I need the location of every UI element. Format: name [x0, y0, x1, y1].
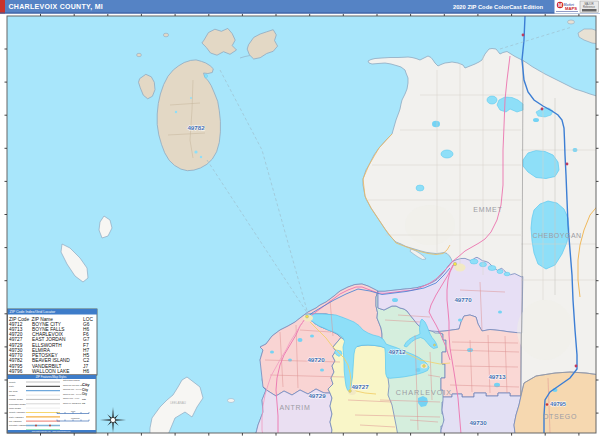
- svg-text:CHEBOYGAN: CHEBOYGAN: [532, 232, 581, 239]
- svg-text:H7: H7: [83, 348, 89, 353]
- svg-text:49713: 49713: [9, 327, 23, 332]
- svg-text:M: M: [558, 2, 562, 8]
- svg-text:WALLOON LAKE: WALLOON LAKE: [32, 369, 69, 374]
- svg-text:C2: C2: [83, 358, 89, 363]
- svg-text:City: City: [82, 388, 88, 392]
- svg-text:ZIP Code Index/Grid Locator: ZIP Code Index/Grid Locator: [10, 310, 56, 314]
- svg-text:2020 ZIP Code ColorCast Editio: 2020 ZIP Code ColorCast Edition: [453, 4, 544, 10]
- svg-text:49729: 49729: [308, 392, 326, 399]
- svg-text:EMMET: EMMET: [473, 206, 502, 213]
- svg-text:City: City: [82, 382, 90, 387]
- svg-text:ELMIRA: ELMIRA: [32, 348, 51, 353]
- svg-text:49727: 49727: [351, 383, 369, 390]
- svg-text:49782: 49782: [187, 124, 205, 131]
- svg-text:Cities and Towns: Cities and Towns: [63, 379, 80, 381]
- svg-text:49713: 49713: [488, 373, 506, 380]
- svg-text:Cities 999 and Below: Cities 999 and Below: [63, 402, 81, 404]
- svg-text:CHARLEVOIX COUNTY, MI: CHARLEVOIX COUNTY, MI: [9, 3, 104, 11]
- svg-text:Secondary Roads: Secondary Roads: [9, 403, 26, 405]
- svg-text:LEELANAU: LEELANAU: [170, 401, 186, 405]
- svg-text:49712: 49712: [388, 348, 406, 355]
- svg-text:Copyright MarketMAPS - www.mar: Copyright MarketMAPS - www.marketmaps.co…: [32, 430, 71, 432]
- svg-text:H6: H6: [83, 369, 89, 374]
- svg-text:County Highways: County Highways: [9, 411, 25, 413]
- svg-text:ZIP Code: ZIP Code: [9, 390, 19, 392]
- svg-text:Primary Roads: Primary Roads: [9, 398, 23, 400]
- svg-text:CHARLEVOIX: CHARLEVOIX: [396, 388, 452, 397]
- svg-text:EAST JORDAN: EAST JORDAN: [32, 337, 66, 342]
- svg-text:County: County: [9, 381, 17, 383]
- svg-text:ANTRIM: ANTRIM: [279, 404, 310, 411]
- svg-text:State: State: [9, 385, 15, 387]
- svg-text:49795: 49795: [550, 401, 567, 407]
- svg-text:49782: 49782: [9, 358, 23, 363]
- svg-text:Interstate Highways: Interstate Highways: [9, 424, 27, 426]
- svg-text:G7: G7: [83, 337, 90, 342]
- svg-text:Reference: Reference: [583, 5, 596, 9]
- svg-text:City: City: [82, 402, 85, 404]
- svg-text:49770: 49770: [454, 296, 472, 303]
- svg-text:H6: H6: [83, 327, 89, 332]
- svg-text:OTSEGO: OTSEGO: [543, 413, 577, 420]
- svg-text:49720: 49720: [307, 356, 325, 363]
- svg-text:Miles: Miles: [71, 410, 75, 412]
- svg-text:49730: 49730: [9, 348, 23, 353]
- svg-text:49730: 49730: [469, 419, 487, 426]
- svg-text:US Highways: US Highways: [9, 420, 21, 422]
- svg-text:MAPS: MAPS: [565, 6, 577, 11]
- svg-text:Roads: Roads: [9, 394, 15, 396]
- svg-text:BEAVER ISLAND: BEAVER ISLAND: [32, 358, 70, 363]
- svg-text:State Highways: State Highways: [9, 416, 23, 418]
- svg-text:City: City: [82, 392, 87, 396]
- svg-text:49727: 49727: [9, 337, 23, 342]
- svg-text:Minor Roads: Minor Roads: [9, 407, 21, 409]
- svg-text:49796: 49796: [9, 369, 23, 374]
- svg-text:BOYNE FALLS: BOYNE FALLS: [32, 327, 65, 332]
- svg-text:Kilometers: Kilometers: [71, 417, 80, 419]
